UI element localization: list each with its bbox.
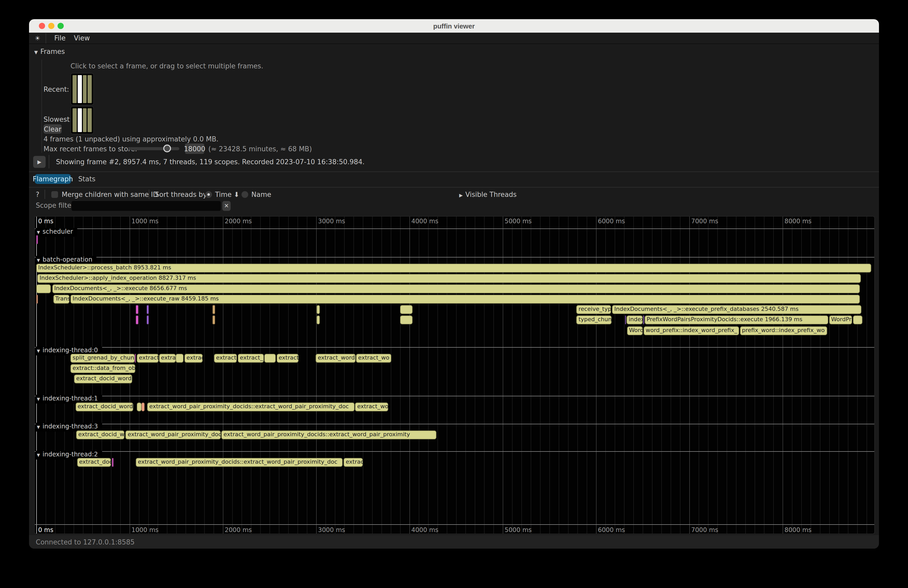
flame-bar[interactable] — [400, 316, 412, 325]
flame-bar[interactable] — [36, 235, 38, 244]
flame-bar[interactable] — [137, 403, 141, 411]
max-frames-value[interactable]: 18000 — [185, 143, 204, 154]
flame-bar[interactable]: extract::data_from_ob — [71, 364, 135, 373]
sort-time-radio[interactable] — [205, 191, 212, 198]
flame-bar[interactable]: extract_word_pair_proximity_docids::extr… — [136, 458, 343, 467]
flame-bar[interactable] — [36, 295, 38, 304]
flame-bar[interactable]: extrac — [185, 354, 203, 363]
clear-button[interactable]: Clear — [43, 124, 62, 134]
frame-thumbnail-bar[interactable] — [83, 75, 87, 103]
flame-bar[interactable] — [213, 316, 215, 325]
flame-bar[interactable]: extract_word_pair_proximity_docids::extr… — [222, 430, 436, 439]
flamegraph-canvas[interactable]: 0 ms0 ms1000 ms1000 ms2000 ms2000 ms3000… — [34, 216, 875, 534]
flame-bar[interactable]: Trans — [53, 295, 69, 304]
flame-bar[interactable]: extract_docid_word — [76, 403, 133, 411]
visible-threads-header[interactable]: ▶Visible Threads — [459, 191, 517, 198]
recent-frames-thumbnail[interactable] — [71, 73, 94, 105]
flame-bar[interactable]: Word — [627, 326, 642, 335]
merge-children-checkbox[interactable] — [51, 191, 58, 198]
flame-bar[interactable] — [135, 305, 138, 314]
clear-filter-button[interactable]: ✕ — [222, 201, 231, 211]
max-frames-slider-knob[interactable] — [163, 145, 171, 152]
frames-section-header[interactable]: ▼Frames — [34, 48, 65, 55]
frame-thumbnail-bar[interactable] — [83, 108, 87, 132]
flame-bar[interactable] — [135, 316, 138, 325]
flame-bar[interactable] — [316, 305, 320, 314]
help-button[interactable]: ? — [36, 191, 39, 198]
axis-tick-label: 2000 ms — [225, 218, 252, 225]
flame-bar[interactable] — [264, 354, 275, 363]
flame-bar[interactable] — [400, 305, 412, 314]
flame-bar[interactable] — [176, 354, 184, 363]
flame-bar[interactable]: word_prefix::index_word_prefix_ — [644, 326, 739, 335]
flame-bar[interactable]: extract_word_pair_proximity_docids — [126, 430, 221, 439]
scope-filter-input[interactable] — [71, 201, 221, 211]
thread-header[interactable]: ▼indexing-thread:3 — [36, 423, 102, 432]
zoom-window-icon[interactable] — [58, 23, 64, 29]
slowest-frames-thumbnail[interactable] — [71, 106, 94, 134]
frame-thumbnail-bar[interactable] — [78, 108, 82, 132]
flame-bar[interactable] — [316, 316, 320, 325]
flame-bar[interactable] — [643, 316, 644, 325]
showing-frame-status: Showing frame #2, 8957.4 ms, 7 threads, … — [56, 158, 365, 166]
tab-flamegraph[interactable]: Flamegraph — [35, 174, 71, 184]
flame-bar[interactable] — [853, 316, 862, 325]
flame-bar[interactable]: extract_ — [214, 354, 237, 363]
flame-bar[interactable]: extract_doc — [77, 458, 111, 467]
flame-bar[interactable]: split_grenad_by_chun — [71, 354, 135, 363]
flame-bar[interactable] — [147, 305, 148, 314]
flame-bar[interactable]: receive_typed_ — [576, 305, 611, 314]
flame-bar[interactable] — [213, 305, 215, 314]
minimize-window-icon[interactable] — [48, 23, 55, 29]
tab-stats[interactable]: Stats — [78, 174, 95, 184]
flame-bar[interactable]: IndexScheduler>::process_batch 8953.821 … — [36, 264, 871, 273]
sort-name-radio[interactable] — [241, 191, 248, 198]
max-frames-slider[interactable] — [129, 147, 179, 150]
collapse-triangle-icon: ▼ — [37, 258, 40, 263]
flame-bar[interactable]: extra — [159, 354, 176, 363]
title-bar[interactable]: puffin viewer — [29, 19, 879, 33]
flame-bar[interactable]: IndexDocuments<_, _>::execute_raw 8459.1… — [71, 295, 860, 304]
flame-bar[interactable]: extract — [137, 354, 159, 363]
frame-thumbnail-bar[interactable] — [88, 108, 92, 132]
flame-bar[interactable] — [112, 458, 114, 467]
flame-bar[interactable] — [135, 354, 136, 363]
flame-bar[interactable]: extract_wo — [356, 354, 391, 363]
flame-bar[interactable]: extract_word_pair_proximity_docids::extr… — [147, 403, 354, 411]
frame-thumbnail-bar[interactable] — [78, 75, 82, 103]
flame-bar[interactable]: typed_chunk::w — [576, 316, 611, 325]
menu-file[interactable]: File — [55, 34, 66, 42]
flame-bar[interactable]: extract_wo — [355, 403, 388, 411]
thread-header[interactable]: ▼scheduler — [36, 228, 77, 236]
flame-bar[interactable] — [147, 316, 148, 325]
axis-tick-label: 1000 ms — [131, 527, 159, 534]
thread-name: indexing-thread:0 — [42, 346, 98, 353]
frame-thumbnail-bar[interactable] — [88, 75, 92, 103]
flame-bar[interactable]: extract_word — [316, 354, 356, 363]
flame-bar[interactable]: extract_docid_word — [76, 430, 125, 439]
play-icon: ▶ — [37, 159, 41, 165]
axis-tick-label: 8000 ms — [784, 218, 811, 225]
frame-thumbnail-bar[interactable] — [72, 75, 77, 103]
flame-bar[interactable]: prefix_word::index_prefix_wo — [740, 326, 827, 335]
close-window-icon[interactable] — [39, 23, 45, 29]
theme-sun-icon[interactable]: ☀ — [35, 34, 40, 42]
collapse-triangle-icon: ▼ — [37, 397, 40, 402]
flame-bar[interactable]: WordPr — [829, 316, 852, 325]
flame-bar[interactable]: extract_docid_word — [74, 375, 132, 384]
menu-view[interactable]: View — [74, 34, 90, 42]
play-button[interactable]: ▶ — [33, 156, 46, 168]
flame-bar[interactable]: IndexDocuments<_, _>::execute 8656.677 m… — [52, 284, 860, 293]
flame-bar[interactable]: IndexDocuments<_, _>::execute_prefix_dat… — [612, 305, 861, 314]
flame-bar[interactable] — [36, 284, 51, 293]
flame-bar[interactable]: PrefixWordPairsProximityDocids::execute … — [644, 316, 828, 325]
flame-bar[interactable]: extract_ — [238, 354, 264, 363]
frame-thumbnail-bar[interactable] — [72, 108, 77, 132]
flame-bar[interactable] — [142, 403, 145, 411]
flame-bar[interactable] — [625, 316, 626, 325]
flame-bar[interactable]: extract — [277, 354, 298, 363]
flame-bar[interactable]: IndexScheduler>::apply_index_operation 8… — [37, 274, 861, 283]
flame-bar[interactable]: index — [626, 316, 642, 325]
axis-tick-label: 7000 ms — [691, 218, 718, 225]
flame-bar[interactable]: extrac — [344, 458, 363, 467]
